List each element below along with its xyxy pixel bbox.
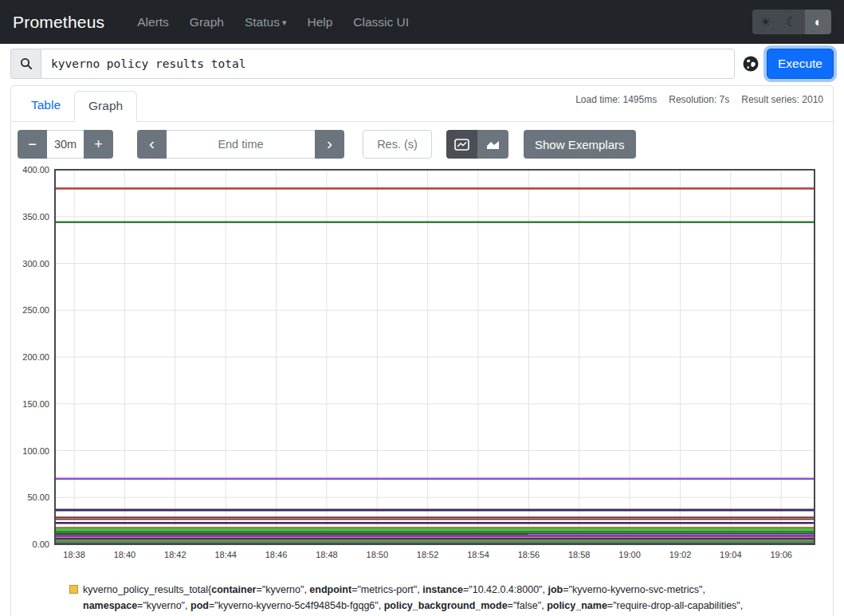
- stacked-chart-button[interactable]: [477, 130, 508, 159]
- range-decrease-button[interactable]: −: [18, 130, 47, 159]
- svg-text:350.00: 350.00: [22, 212, 49, 222]
- metrics-explorer-button[interactable]: [735, 49, 767, 79]
- svg-text:50.00: 50.00: [27, 492, 49, 502]
- chevron-right-icon: ›: [327, 134, 332, 153]
- svg-text:300.00: 300.00: [22, 259, 49, 269]
- svg-text:19:02: 19:02: [669, 550, 692, 559]
- execute-button[interactable]: Execute: [767, 49, 834, 79]
- line-chart-icon: [454, 139, 469, 151]
- legend-swatch[interactable]: [69, 585, 78, 594]
- light-theme-button[interactable]: ☀: [752, 10, 779, 34]
- svg-text:18:50: 18:50: [367, 550, 389, 559]
- range-increase-button[interactable]: +: [84, 130, 113, 159]
- time-back-button[interactable]: ‹: [137, 130, 167, 159]
- svg-text:400.00: 400.00: [22, 167, 49, 175]
- svg-text:200.00: 200.00: [22, 352, 49, 362]
- nav-item-alerts[interactable]: Alerts: [130, 9, 176, 36]
- range-input[interactable]: [47, 130, 84, 159]
- legend-line: kyverno_policy_results_total{container="…: [83, 582, 826, 598]
- query-panel: Load time: 1495ms Resolution: 7s Result …: [10, 85, 834, 616]
- result-series: Result series: 2010: [741, 94, 823, 105]
- nav-item-help[interactable]: Help: [300, 9, 340, 36]
- tab-table[interactable]: Table: [18, 91, 74, 122]
- end-time-group: ‹ ›: [137, 130, 344, 159]
- svg-text:100.00: 100.00: [22, 446, 49, 456]
- time-forward-button[interactable]: ›: [315, 130, 344, 159]
- svg-text:19:00: 19:00: [618, 550, 641, 559]
- svg-text:18:54: 18:54: [467, 550, 489, 559]
- svg-text:18:44: 18:44: [214, 550, 237, 559]
- svg-text:19:06: 19:06: [770, 550, 792, 559]
- svg-text:18:46: 18:46: [265, 550, 288, 559]
- search-prepend: [10, 49, 41, 79]
- svg-text:18:52: 18:52: [417, 550, 439, 559]
- dark-theme-button[interactable]: ☾: [779, 10, 805, 34]
- query-stats: Load time: 1495ms Resolution: 7s Result …: [575, 94, 823, 105]
- resolution: Resolution: 7s: [669, 94, 729, 105]
- svg-text:0.00: 0.00: [33, 539, 49, 549]
- show-exemplars-button[interactable]: Show Exemplars: [524, 130, 636, 159]
- svg-text:250.00: 250.00: [22, 305, 49, 315]
- moon-icon: ☾: [786, 14, 797, 29]
- auto-theme-button[interactable]: ◐: [805, 10, 831, 34]
- navbar: Prometheus Alerts Graph Status▾ Help Cla…: [0, 0, 844, 44]
- legend-line: namespace="kyverno", pod="kyverno-kyvern…: [83, 598, 826, 614]
- resolution-input[interactable]: [363, 130, 432, 159]
- svg-text:18:42: 18:42: [164, 550, 186, 559]
- half-circle-icon: ◐: [815, 15, 822, 29]
- globe-icon: [742, 55, 760, 73]
- tab-graph[interactable]: Graph: [74, 91, 137, 122]
- chart-svg[interactable]: 0.0050.00100.00150.00200.00250.00300.003…: [18, 167, 830, 561]
- chart-type-toggle: [446, 130, 508, 159]
- chart-legend: kyverno_policy_results_total{container="…: [69, 582, 826, 616]
- line-chart-button[interactable]: [446, 130, 477, 159]
- chevron-left-icon: ‹: [149, 134, 155, 153]
- brand[interactable]: Prometheus: [13, 13, 104, 32]
- svg-text:18:58: 18:58: [568, 550, 591, 559]
- legend-lines: kyverno_policy_results_total{container="…: [83, 582, 826, 616]
- sun-icon: ☀: [760, 14, 771, 29]
- svg-text:18:56: 18:56: [518, 550, 540, 559]
- end-time-input[interactable]: [167, 130, 315, 159]
- nav-item-graph[interactable]: Graph: [183, 9, 231, 36]
- theme-toggle-group: ☀ ☾ ◐: [752, 10, 831, 34]
- svg-text:18:48: 18:48: [316, 550, 338, 559]
- svg-text:19:04: 19:04: [720, 550, 742, 559]
- svg-text:150.00: 150.00: [22, 399, 49, 409]
- query-input[interactable]: [41, 49, 735, 79]
- chevron-down-icon: ▾: [282, 18, 287, 27]
- panel-body: − + ‹ ›: [11, 122, 833, 616]
- nav-item-classic-ui[interactable]: Classic UI: [346, 9, 416, 36]
- area-chart-icon: [485, 139, 501, 151]
- svg-text:18:40: 18:40: [114, 550, 136, 559]
- load-time: Load time: 1495ms: [575, 94, 657, 105]
- range-group: − +: [18, 130, 113, 159]
- search-icon: [20, 57, 33, 70]
- nav-item-status[interactable]: Status▾: [237, 9, 293, 36]
- graph-toolbar: − + ‹ ›: [18, 130, 826, 159]
- svg-text:18:38: 18:38: [63, 550, 85, 559]
- query-row: Execute: [10, 49, 834, 79]
